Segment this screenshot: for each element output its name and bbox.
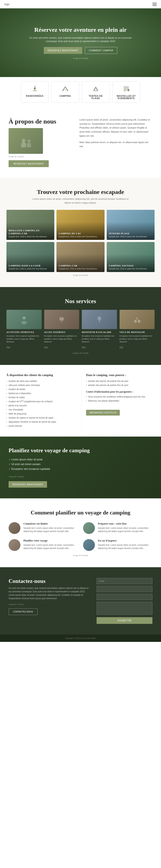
avatar-1 (83, 522, 95, 534)
service-img-2 (82, 310, 117, 329)
svg-point-9 (97, 316, 101, 320)
about-paragraph-1: Lorem ipsum dolor sit amet, consectetur … (79, 118, 153, 138)
about-left: À propos de nous Image de Freepik RÉSERV… (8, 118, 73, 167)
hiking-icon (31, 85, 39, 93)
disposition-section: À disposition des clients du camping loc… (0, 365, 161, 437)
about-reserve-button[interactable]: RÉSERVEZ MAINTENANT (8, 160, 49, 167)
reserve-now-button[interactable]: RÉSERVEZ MAINTENANT (44, 47, 82, 54)
planifier-title: Planifiez votre voyage de camping (8, 447, 94, 454)
svg-point-1 (21, 142, 26, 147)
comment-heading-0: Connaissez vos limites (23, 522, 78, 525)
service-img-3 (120, 310, 155, 329)
logo: logo (4, 3, 10, 6)
escapade-item-0[interactable]: MEILLEUR CAMPING EN CAMPING-CAR Sample t… (6, 210, 54, 240)
contact-message-field[interactable] (97, 602, 153, 615)
comment-heading-1: Préparez-vous : votre liste (98, 522, 153, 525)
tent-icon (61, 85, 69, 93)
hamburger-menu-button[interactable] (153, 3, 157, 6)
service-link-1[interactable]: Plus (44, 346, 48, 348)
category-randonnees[interactable]: RANDONNÉES (21, 81, 49, 103)
category-tentes-plage-label: TENTES DE PLAGE (84, 95, 107, 99)
planifier-reserve-button[interactable]: RÉSERVEZ MAINTENANT (8, 481, 47, 488)
service-link-0[interactable]: Plus (6, 346, 10, 348)
comment-text-1: Préparez-vous : votre liste Sample text:… (98, 522, 153, 533)
disposition-left-title: À disposition des clients du camping (6, 373, 75, 377)
escapade-item-5-title: CAMPING SAUVAGE (109, 264, 153, 267)
avatar-0 (8, 522, 21, 534)
service-desc-2: Excepteur sint occaecat cupidatat non pr… (82, 335, 117, 343)
planifier-check-0: Lorem ipsum dolor sit amet (8, 457, 153, 462)
contact-section: Contactez-nous Un enim ad minim veniam, … (0, 567, 161, 634)
comment-image-credit: Image de Freepik (8, 554, 153, 557)
escapade-item-5[interactable]: CAMPING SAUVAGE Sample text. Click to se… (107, 242, 155, 272)
comment-item-1: Préparez-vous : votre liste Sample text:… (83, 522, 153, 534)
contact-left: Contactez-nous Un enim ad minim veniam, … (8, 578, 90, 624)
contact-title: Contactez-nous (8, 578, 90, 584)
comment-desc-0: Sample text: Lorem ipsum dolor sit amet,… (23, 526, 78, 533)
abonnissez-button[interactable]: ABONNISSEZ-VOUS PLUS (86, 410, 120, 415)
contact-field-3[interactable] (97, 594, 153, 600)
disposition-right-title: Dans le camping, vous pouvez : (86, 373, 155, 377)
service-desc-0: Excepteur sint occaecat cupidatat non pr… (6, 335, 42, 343)
escapade-item-2-sample: Sample text. Click to select the Text El… (109, 236, 153, 238)
planifier-check-1: Ut enim ad minim veniam (8, 462, 153, 467)
list-item: pêche à la mouche (6, 404, 75, 408)
contact-description: Un enim ad minim veniam, quis nostrud ex… (8, 587, 90, 600)
comment-heading-2: Planifiez votre voyage (23, 539, 78, 542)
service-item-0: ACTIVITÉS SPORTIVES Excepteur sint occae… (6, 310, 42, 349)
category-tentes-plage[interactable]: TENTES DE PLAGE (82, 81, 110, 103)
escapade-item-1-sample: Sample text. Click to select the Text El… (59, 236, 102, 238)
services-image-credit: Images de Freepik (6, 352, 155, 354)
list-item: acheter des pierres de poterie fins de p… (86, 379, 155, 383)
svg-point-3 (27, 143, 31, 147)
how-to-camp-button[interactable]: COMMENT CAMPER (85, 47, 118, 54)
list-item: accès internet (6, 424, 75, 428)
comment-title: Comment planifier un voyage de camping (8, 509, 153, 516)
service-link-2[interactable]: Plus (82, 346, 86, 348)
disposition-right: Dans le camping, vous pouvez : acheter d… (82, 373, 155, 428)
category-camping[interactable]: CAMPING (51, 81, 79, 103)
planifier-section: Planifiez votre voyage de camping Lorem … (0, 437, 161, 498)
escapade-item-2-title: SÉJOURS PLAGE (109, 232, 153, 235)
navigation: logo (0, 0, 161, 8)
category-camping-label: CAMPING (60, 95, 71, 97)
list-item: location de sapins et reprise de buche d… (6, 416, 75, 420)
hero-image-credit: Image de Freepik (73, 57, 88, 59)
svg-point-5 (23, 316, 26, 319)
comment-heading-3: En cas d'urgence (98, 539, 153, 542)
escapade-item-3[interactable]: CAMPING DANS LA COUR Sample text. Click … (6, 242, 54, 272)
svg-rect-7 (60, 317, 64, 320)
disposition-left-list: location de vélos pour adultes vélo pour… (6, 379, 75, 428)
escapade-description: Lorem ipsum dolor sit amet, consectetur … (29, 197, 132, 205)
escapade-item-3-sample: Sample text. Click to select the Text El… (8, 268, 52, 270)
footer-text: Copyright © 2023 by The Site Name (4, 637, 157, 639)
hero-buttons: RÉSERVEZ MAINTENANT COMMENT CAMPER (44, 47, 118, 54)
hero-section: Réservez votre aventure en plein air Un … (0, 8, 161, 77)
contact-us-button[interactable]: CONTACTEZ-NOUS (8, 609, 38, 615)
avatar-2 (8, 539, 21, 551)
contact-field-2[interactable] (97, 586, 153, 592)
escapade-item-5-sample: Sample text. Click to select the Text El… (109, 268, 153, 270)
contact-form: SOUMETTRE (97, 578, 153, 624)
planifier-image-credit: Image de Freepik (8, 476, 153, 478)
contact-submit-button[interactable]: SOUMETTRE (97, 617, 153, 624)
category-nouvelles[interactable]: NOUVELLES ET ÉVÉNEMENTS (112, 81, 140, 103)
list-item: terrains de volley (6, 395, 75, 399)
category-nouvelles-label: NOUVELLES ET ÉVÉNEMENTS (115, 95, 138, 99)
escapade-image-credit: Image de Freepik (6, 274, 155, 276)
comment-section: Comment planifier un voyage de camping C… (0, 498, 161, 567)
escapade-section: Trouvez votre prochaine escapade Lorem i… (0, 178, 161, 287)
escapade-item-1[interactable]: CAMPING DU LAC Sample text. Click to sel… (57, 210, 104, 240)
service-link-3[interactable]: Plus (120, 346, 123, 348)
list-item: vélo pour enfants avec remorque (6, 383, 75, 387)
comment-text-3: En cas d'urgence Sample text: Lorem ipsu… (98, 539, 153, 550)
about-paragraph-2: Nam vitae pulvinar lorem, in aliquam leo… (79, 140, 153, 148)
escapade-item-4-title: CAMPING-CAR (59, 264, 102, 267)
escapade-item-2[interactable]: SÉJOURS PLAGE Sample text. Click to sele… (107, 210, 155, 240)
escapade-item-4[interactable]: CAMPING-CAR Sample text. Click to select… (57, 242, 104, 272)
service-label-2: MONITEUR D'ESCALADE (82, 331, 117, 334)
comment-desc-2: Sample text: Lorem ipsum dolor sit amet,… (23, 544, 78, 550)
category-randonnees-label: RANDONNÉES (26, 95, 43, 97)
contact-email-field[interactable] (97, 578, 153, 584)
services-section: Nos services ACTIVITÉS SPORTIVES Excepte… (0, 287, 161, 365)
